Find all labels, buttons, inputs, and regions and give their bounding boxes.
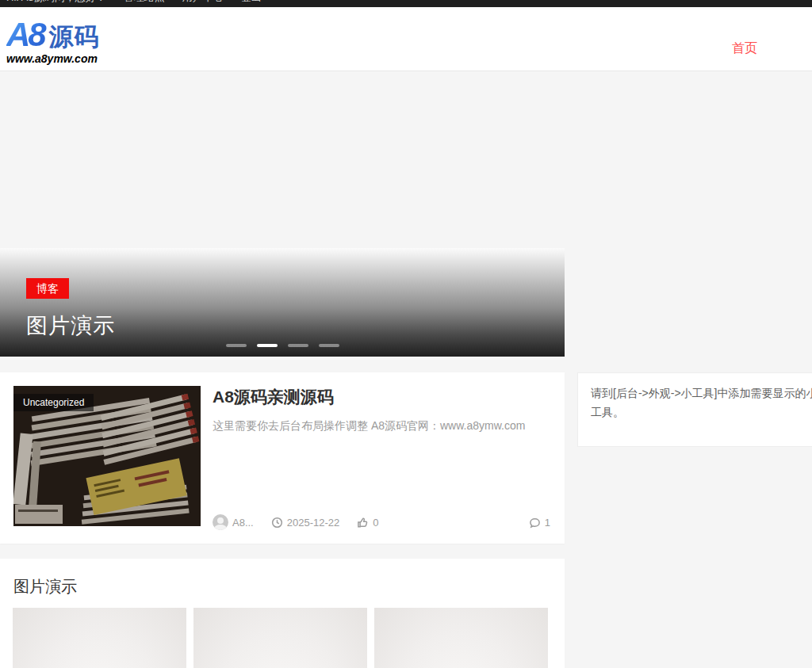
topbar-link-logout[interactable]: 登出 xyxy=(241,0,262,5)
likes-count: 0 xyxy=(373,517,378,529)
article-comments[interactable]: 1 xyxy=(529,517,550,529)
thumbs-up-icon xyxy=(357,517,369,529)
main-nav: 首页 xyxy=(732,40,757,57)
clock-icon xyxy=(271,517,283,529)
sidebar: 请到[后台->外观->小工具]中添加需要显示的小工具。 xyxy=(577,372,812,447)
page: Hi! A8源码网，您好！ 管理站点 用户中心 登出 A8 源码 www.a8y… xyxy=(0,0,812,668)
article-category-badge[interactable]: Uncategorized xyxy=(13,394,94,411)
date-text: 2025-12-22 xyxy=(287,517,340,529)
topbar-link-user-center[interactable]: 用户中心 xyxy=(182,0,224,5)
nav-item-home[interactable]: 首页 xyxy=(732,41,757,55)
topbar-link-manage-site[interactable]: 管理站点 xyxy=(124,0,165,5)
article-body: A8源码亲测源码 这里需要你去后台布局操作调整 A8源码官网：www.a8ymw… xyxy=(213,386,550,530)
comment-bubble-icon xyxy=(529,517,541,529)
article-card: Uncategorized A8源码亲测源码 这里需要你去后台布局操作调整 A8… xyxy=(0,372,565,544)
gallery-card[interactable]: 挨踢牛 xyxy=(13,608,186,668)
site-header: A8 源码 www.a8ymw.com 首页 xyxy=(0,7,812,71)
gallery-card[interactable]: 挨踢牛 xyxy=(193,608,367,668)
article-author[interactable]: A8... xyxy=(213,514,254,530)
article-date: 2025-12-22 xyxy=(271,517,340,529)
carousel-dot[interactable] xyxy=(319,344,339,347)
widget-notice-text: 请到[后台->外观->小工具]中添加需要显示的小工具。 xyxy=(591,387,812,418)
gallery-section: 图片演示 挨踢牛 挨踢牛 挨踢牛 xyxy=(0,559,565,668)
article-thumbnail[interactable]: Uncategorized xyxy=(13,386,201,526)
carousel-dot[interactable] xyxy=(257,344,278,347)
article-meta: A8... 2025-12-22 0 xyxy=(213,514,550,530)
comments-count: 1 xyxy=(545,517,550,529)
article-excerpt: 这里需要你去后台布局操作调整 A8源码官网：www.a8ymw.com xyxy=(213,419,550,433)
gallery-card-watermark: 挨踢牛 xyxy=(232,665,330,668)
author-name: A8... xyxy=(232,517,254,529)
author-avatar-icon xyxy=(213,514,228,530)
carousel-dot[interactable] xyxy=(226,344,247,347)
site-logo[interactable]: A8 源码 www.a8ymw.com xyxy=(6,18,100,64)
logo-suffix-text: 源码 xyxy=(49,25,100,49)
gallery-section-title: 图片演示 xyxy=(13,576,77,597)
sidebar-widget-notice: 请到[后台->外观->小工具]中添加需要显示的小工具。 xyxy=(577,372,812,447)
gallery-cards: 挨踢牛 挨踢牛 挨踢牛 xyxy=(13,608,548,668)
carousel-dots xyxy=(0,344,565,347)
gallery-card-watermark: 挨踢牛 xyxy=(51,665,149,668)
topbar-greeting: Hi! A8源码网，您好！ xyxy=(6,0,106,5)
carousel-dot[interactable] xyxy=(288,344,308,347)
logo-a8-mark: A8 xyxy=(6,18,48,52)
hero-slider[interactable]: 博客 图片演示 xyxy=(0,248,565,357)
admin-topbar: Hi! A8源码网，您好！ 管理站点 用户中心 登出 xyxy=(0,0,812,7)
gallery-card-watermark: 挨踢牛 xyxy=(412,665,511,668)
hero-category-badge[interactable]: 博客 xyxy=(26,278,69,299)
article-title[interactable]: A8源码亲测源码 xyxy=(213,386,550,408)
logo-url-text: www.a8ymw.com xyxy=(6,53,100,64)
gallery-card[interactable]: 挨踢牛 xyxy=(374,608,548,668)
article-likes[interactable]: 0 xyxy=(357,517,378,529)
hero-slide-title[interactable]: 图片演示 xyxy=(26,311,115,340)
